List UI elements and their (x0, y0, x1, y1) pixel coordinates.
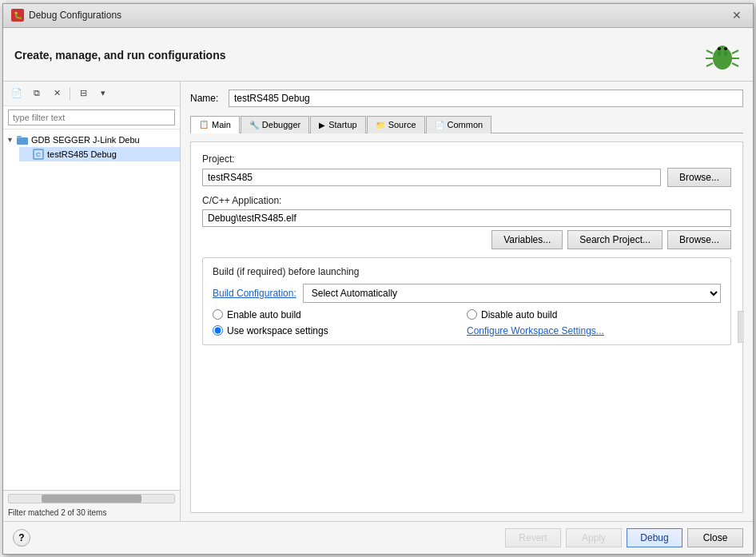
new-config-button[interactable]: 📄 (8, 85, 26, 102)
form-wrapper: Project: Browse... C/C++ Application: Va… (190, 141, 743, 513)
project-input[interactable] (202, 169, 661, 186)
bottom-left: ? (13, 529, 30, 547)
duplicate-config-button[interactable]: ⧉ (28, 85, 46, 102)
build-config-dropdown[interactable]: Select Automatically Debug Release (303, 284, 721, 303)
svg-line-9 (732, 63, 738, 66)
project-label: Project: (202, 153, 731, 165)
use-workspace-label: Use workspace settings (227, 325, 328, 336)
tree-child-label: testRS485 Debug (47, 149, 117, 159)
use-workspace-option[interactable]: Use workspace settings (213, 325, 467, 336)
svg-line-4 (706, 50, 713, 54)
apply-button[interactable]: Apply (566, 528, 622, 547)
svg-line-6 (706, 63, 713, 66)
tab-common-label: Common (448, 120, 483, 129)
svg-line-7 (732, 50, 738, 54)
configure-workspace-link[interactable]: Configure Workspace Settings... (467, 325, 721, 336)
config-tree: ▼ GDB SEGGER J-Link Debu C (3, 129, 180, 490)
disable-auto-build-radio[interactable] (467, 309, 477, 320)
debugger-tab-icon: 🔧 (249, 121, 259, 129)
project-field-group: Project: Browse... (202, 153, 731, 187)
dialog-title: Debug Configurations (29, 10, 121, 21)
tab-common[interactable]: 📄 Common (426, 116, 492, 133)
help-button[interactable]: ? (13, 529, 30, 547)
bottom-bar: ? Revert Apply Debug Close (3, 521, 753, 554)
right-panel: Name: 📋 Main 🔧 Debugger ▶ Startup � (181, 82, 753, 521)
name-label: Name: (190, 93, 222, 104)
close-button[interactable]: Close (687, 528, 743, 547)
filter-button[interactable]: ⊟ (74, 85, 92, 102)
disable-auto-build-option[interactable]: Disable auto build (467, 309, 721, 320)
view-menu-button[interactable]: ▾ (94, 85, 112, 102)
svg-point-10 (718, 51, 721, 56)
dialog-icon: 🐛 (11, 9, 24, 22)
main-content: 📄 ⧉ ✕ ⊟ ▾ ▼ (3, 82, 753, 521)
startup-tab-icon: ▶ (319, 121, 325, 129)
app-field-group: C/C++ Application: Variables... Search P… (202, 195, 731, 249)
common-tab-icon: 📄 (435, 121, 444, 129)
horizontal-scrollbar[interactable] (8, 494, 175, 503)
tabs-bar: 📋 Main 🔧 Debugger ▶ Startup 📁 Source 📄 (190, 115, 743, 133)
bug-logo-icon (703, 36, 742, 74)
svg-point-11 (724, 51, 727, 56)
use-workspace-radio[interactable] (213, 325, 223, 336)
tree-child-item[interactable]: C testRS485 Debug (19, 147, 180, 161)
toolbar-separator (70, 87, 70, 100)
group-folder-icon (16, 134, 29, 145)
right-radio-col: Disable auto build Configure Workspace S… (467, 309, 721, 336)
app-buttons-row: Variables... Search Project... Browse... (202, 230, 731, 249)
left-panel-bottom: Filter matched 2 of 30 items (3, 490, 180, 521)
variables-button[interactable]: Variables... (491, 230, 563, 249)
debug-button[interactable]: Debug (627, 528, 682, 547)
build-section: Build (if required) before launching Bui… (202, 257, 731, 345)
app-input[interactable] (202, 209, 731, 227)
project-browse-button[interactable]: Browse... (667, 168, 731, 187)
filter-input-wrap (3, 106, 180, 129)
search-project-button[interactable]: Search Project... (567, 230, 662, 249)
tab-startup[interactable]: ▶ Startup (310, 116, 365, 133)
tree-group-label: GDB SEGGER J-Link Debu (31, 135, 140, 145)
tab-debugger[interactable]: 🔧 Debugger (241, 116, 309, 133)
left-panel: 📄 ⧉ ✕ ⊟ ▾ ▼ (3, 82, 181, 521)
tab-debugger-label: Debugger (262, 120, 300, 129)
enable-auto-build-radio[interactable] (213, 309, 223, 320)
main-tab-icon: 📋 (199, 120, 209, 129)
app-label: C/C++ Application: (202, 195, 731, 206)
tab-main[interactable]: 📋 Main (190, 116, 240, 133)
build-config-row: Build Configuration: Select Automaticall… (213, 284, 721, 303)
build-config-link[interactable]: Build Configuration: (213, 288, 296, 299)
tab-startup-label: Startup (328, 120, 356, 129)
enable-auto-build-label: Enable auto build (227, 309, 301, 320)
tree-expand-arrow: ▼ (6, 136, 16, 144)
close-window-button[interactable]: ✕ (729, 7, 745, 23)
name-input[interactable] (229, 90, 743, 107)
svg-point-2 (718, 47, 721, 50)
delete-config-button[interactable]: ✕ (48, 85, 66, 102)
app-browse-button[interactable]: Browse... (667, 230, 731, 249)
title-bar-left: 🐛 Debug Configurations (11, 9, 121, 22)
configure-workspace-label[interactable]: Configure Workspace Settings... (467, 325, 604, 336)
disable-auto-build-label: Disable auto build (481, 309, 557, 320)
config-item-icon: C (32, 149, 45, 160)
scroll-thumb (42, 495, 141, 503)
header-section: Create, manage, and run configurations (3, 28, 753, 82)
build-config-dropdown-wrap: Select Automatically Debug Release (303, 284, 721, 303)
project-row: Browse... (202, 168, 731, 187)
svg-text:C: C (36, 151, 41, 158)
svg-point-3 (724, 47, 727, 50)
enable-auto-build-option[interactable]: Enable auto build (213, 309, 467, 320)
source-tab-icon: 📁 (376, 121, 385, 129)
build-section-title: Build (if required) before launching (213, 266, 721, 277)
right-edge-indicator (738, 311, 744, 343)
revert-button[interactable]: Revert (505, 528, 561, 547)
bottom-right: Revert Apply Debug Close (505, 528, 743, 547)
radio-columns: Enable auto build Use workspace settings (213, 309, 721, 336)
tree-group-item[interactable]: ▼ GDB SEGGER J-Link Debu (3, 133, 180, 147)
tab-source-label: Source (388, 120, 416, 129)
svg-rect-12 (17, 137, 28, 145)
filter-input[interactable] (8, 109, 175, 125)
title-bar: 🐛 Debug Configurations ✕ (3, 4, 753, 28)
name-row: Name: (190, 90, 743, 107)
tab-main-label: Main (212, 120, 231, 129)
tab-source[interactable]: 📁 Source (367, 116, 425, 133)
svg-rect-13 (17, 136, 22, 138)
